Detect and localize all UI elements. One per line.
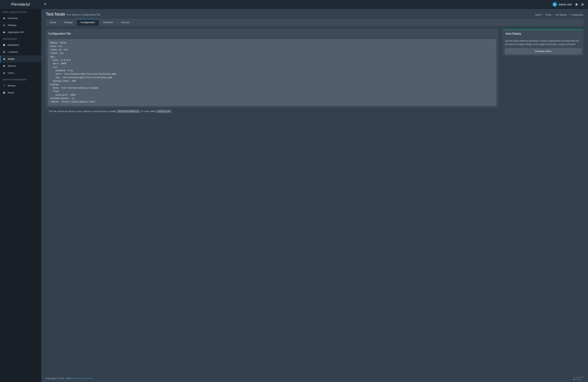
- sidebar-item-locations[interactable]: Locations: [0, 48, 41, 55]
- generate-token-button[interactable]: Generate Token: [505, 48, 581, 54]
- power-icon: [553, 3, 556, 6]
- topbar: Pterodactyl Admin User: [0, 0, 588, 9]
- brand-logo[interactable]: Pterodactyl: [0, 2, 41, 6]
- config-file-content[interactable]: debug: false uuid: zzz token_id: zzz tok…: [48, 39, 496, 106]
- tab-settings[interactable]: Settings: [60, 19, 77, 26]
- auto-deploy-desc: Use the button below to generate a custo…: [505, 39, 581, 46]
- sidebar-section-header: BASIC ADMINISTRATION: [0, 9, 41, 15]
- page-subtitle: Your daemon configuration file.: [66, 13, 101, 16]
- sidebar-toggle[interactable]: [44, 3, 46, 6]
- sidebar-item-overview[interactable]: Overview: [0, 15, 41, 22]
- globe-icon: [3, 51, 5, 53]
- auto-deploy-box: Auto-Deploy Use the button below to gene…: [503, 29, 584, 56]
- breadcrumb-link: Configuration: [571, 14, 584, 16]
- grid-icon: [3, 91, 5, 94]
- config-file-title: Configuration File: [46, 30, 498, 38]
- sidebar-item-label: Servers: [8, 64, 16, 67]
- sitemap-icon: [3, 58, 5, 60]
- breadcrumb: Admin>Nodes>MC Eternal>Configuration: [535, 14, 584, 16]
- sidebar-item-servers[interactable]: Servers: [0, 63, 41, 69]
- sidebar-item-label: Users: [8, 72, 14, 74]
- tab-about[interactable]: About: [46, 19, 60, 26]
- tab-allocation[interactable]: Allocation: [99, 19, 117, 26]
- sidebar-item-label: Application API: [8, 31, 24, 34]
- sidebar-section-header: MANAGEMENT: [0, 36, 41, 42]
- breadcrumb-separator: >: [553, 14, 554, 16]
- magic-icon: [3, 85, 5, 87]
- page-title: Test Node: [46, 12, 65, 17]
- sidebar-item-settings[interactable]: Settings: [0, 22, 41, 29]
- sidebar-item-users[interactable]: Users: [0, 69, 41, 76]
- users-icon: [3, 72, 5, 74]
- server-icon: [575, 3, 578, 6]
- sidebar-item-label: Nodes: [8, 58, 15, 60]
- branch-icon: [573, 376, 575, 378]
- hamburger-icon: [44, 3, 46, 5]
- sidebar-item-mounts[interactable]: Mounts: [0, 82, 41, 89]
- database-icon: [3, 44, 5, 46]
- sidebar-item-label: Settings: [8, 24, 17, 26]
- clock-icon: [573, 379, 575, 380]
- code-filename: config.yml: [156, 110, 171, 113]
- sidebar-item-nodes[interactable]: Nodes: [0, 55, 41, 63]
- sidebar-section-header: SERVICE MANAGEMENT: [0, 76, 41, 82]
- footer-link[interactable]: Pterodactyl Software: [72, 377, 93, 380]
- server-view-button[interactable]: [575, 3, 578, 6]
- load-time: 0.022s: [576, 379, 581, 381]
- sidebar-item-label: Nests: [8, 91, 14, 94]
- tab-configuration[interactable]: Configuration: [77, 19, 99, 26]
- breadcrumb-link[interactable]: Admin: [535, 14, 541, 16]
- tabs: AboutSettingsConfigurationAllocationServ…: [46, 19, 584, 26]
- sidebar-item-label: Mounts: [8, 84, 16, 87]
- sidebar-item-nests[interactable]: Nests: [0, 89, 41, 96]
- breadcrumb-separator: >: [568, 14, 569, 16]
- sidebar-item-label: Overview: [8, 17, 18, 20]
- auto-deploy-title: Auto-Deploy: [503, 30, 584, 38]
- sidebar-item-databases[interactable]: Databases: [0, 42, 41, 48]
- config-file-box: Configuration File debug: false uuid: zz…: [46, 29, 498, 115]
- main-content: Test Node Your daemon configuration file…: [41, 9, 588, 382]
- avatar: [552, 2, 557, 7]
- breadcrumb-separator: >: [543, 14, 544, 16]
- sidebar: BASIC ADMINISTRATIONOverviewSettingsAppl…: [0, 9, 41, 382]
- logout-button[interactable]: [581, 3, 584, 6]
- breadcrumb-link[interactable]: Nodes: [546, 14, 552, 16]
- server-icon: [3, 65, 5, 67]
- sidebar-item-label: Databases: [8, 43, 19, 46]
- footer-copyright: Copyright © 2015 - 2020: [46, 377, 72, 380]
- code-path: /etc/pterodactyl: [117, 110, 140, 113]
- gamepad-icon: [3, 31, 5, 34]
- wrench-icon: [3, 24, 5, 26]
- sidebar-item-application-api[interactable]: Application API: [0, 29, 41, 36]
- tab-servers[interactable]: Servers: [117, 19, 134, 26]
- breadcrumb-link[interactable]: MC Eternal: [556, 14, 567, 16]
- user-menu[interactable]: Admin User: [552, 2, 572, 7]
- sidebar-item-label: Locations: [8, 51, 18, 53]
- config-file-footer: This file should be placed in your daemo…: [46, 107, 498, 115]
- version: 1.0.0-rc.6: [576, 376, 584, 378]
- user-name: Admin User: [559, 3, 572, 6]
- home-icon: [3, 17, 5, 20]
- footer: Copyright © 2015 - 2020 Pterodactyl Soft…: [41, 375, 588, 382]
- logout-icon: [581, 3, 584, 6]
